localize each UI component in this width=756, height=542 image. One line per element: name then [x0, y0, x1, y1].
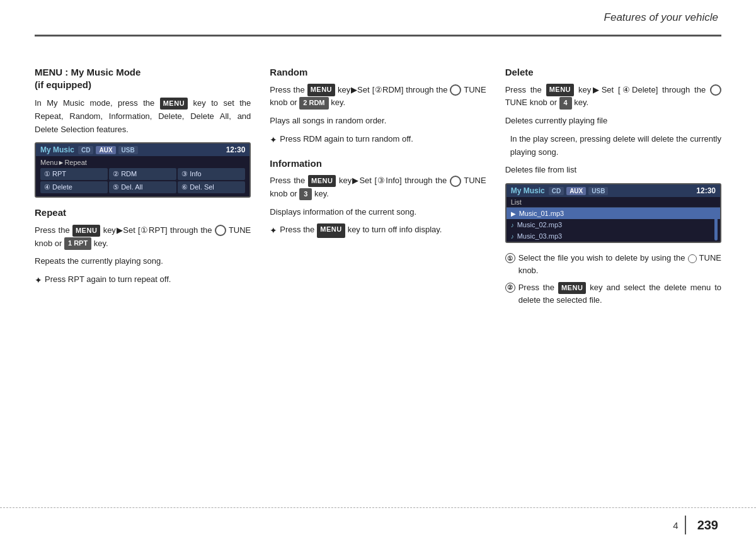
scrollbar [714, 209, 718, 240]
tune-knob-icon-delete [710, 84, 721, 96]
screen2-tab-usb: USB [588, 187, 608, 195]
delete-screen: My Music CD AUX USB 12:30 List ▶ Music_0… [505, 183, 721, 243]
step2-num: ② [505, 283, 515, 293]
col-menu-mymusic: MENU : My Music Mode (if equipped) In My… [35, 66, 270, 507]
screen-body: Menu►Repeat ① RPT ② RDM ③ Info ④ Delete … [36, 156, 249, 196]
menu-badge-random: MENU [307, 84, 335, 96]
screen-app-label: My Music [40, 145, 74, 154]
menu-badge-info: MENU [308, 175, 336, 188]
random-desc: Plays all songs in random order. [270, 115, 486, 128]
screen-breadcrumb: Menu►Repeat [40, 159, 245, 166]
tab-usb: USB [118, 146, 138, 154]
screen-cell-delsel: ⑥ Del. Sel [178, 181, 245, 193]
info-section: Information Press the MENU key▶Set [③Inf… [270, 157, 486, 239]
col1-intro: In My Music mode, press the MENU key to … [35, 97, 251, 136]
screen2-item-1: ▶ Music_01.mp3 [507, 208, 720, 219]
screen-header: My Music CD AUX USB 12:30 [36, 144, 249, 156]
random-note: ✦ Press RDM again to turn random off. [270, 133, 486, 147]
tune-knob-icon-info [450, 176, 461, 187]
screen-cell-delete: ④ Delete [40, 181, 108, 193]
info-desc: Displays information of the current song… [270, 206, 486, 219]
col-random-info: Random Press the MENU key▶Set [②RDM] thr… [270, 66, 505, 507]
screen2-list-header: List [507, 197, 720, 208]
music-icon-2: ♪ [511, 222, 514, 229]
info-title: Information [270, 157, 486, 170]
main-content: MENU : My Music Mode (if equipped) In My… [35, 66, 721, 507]
random-body: Press the MENU key▶Set [②RDM] through th… [270, 84, 486, 110]
screen-cell-rpt: ① RPT [40, 168, 108, 180]
repeat-desc: Repeats the currently playing song. [35, 255, 251, 268]
screen2-app-label: My Music [511, 186, 545, 195]
screen-cell-rdm: ② RDM [109, 168, 176, 180]
music-icon-3: ♪ [511, 233, 514, 240]
footer-divider [685, 516, 686, 534]
footer-page-number: 239 [697, 518, 718, 533]
delete-desc1: Deletes currently playing file [505, 115, 721, 128]
screen-cell-info: ③ Info [178, 168, 245, 180]
source-tabs: CD AUX USB [78, 146, 138, 154]
header-line [35, 35, 721, 37]
screen2-header: My Music CD AUX USB 12:30 [507, 184, 720, 197]
delete-title: Delete [505, 66, 721, 79]
footer: 4 239 [0, 507, 756, 542]
menu-badge-step2: MENU [558, 282, 586, 294]
delete-steps: ① Select the file you wish to delete by … [505, 252, 721, 307]
screen-grid: ① RPT ② RDM ③ Info ④ Delete ⑤ Del. All ⑥… [40, 168, 245, 193]
main-section-title: MENU : My Music Mode (if equipped) [35, 66, 251, 91]
delete-desc3: Deletes file from list [505, 164, 721, 177]
rdm-badge: 2 RDM [299, 97, 328, 110]
footer-chapter: 4 [673, 520, 678, 531]
random-section: Random Press the MENU key▶Set [②RDM] thr… [270, 66, 486, 147]
mymusic-screen: My Music CD AUX USB 12:30 Menu►Repeat ① … [35, 142, 251, 198]
screen2-tab-aux: AUX [566, 187, 586, 195]
menu-badge-intro: MENU [160, 98, 188, 110]
delete-badge: 4 [559, 97, 572, 110]
tune-knob-step1 [688, 254, 697, 263]
header: Features of your vehicle [0, 0, 756, 63]
screen2-item-3: ♪ Music_03.mp3 [507, 230, 720, 242]
screen2-source-tabs: CD AUX USB [549, 187, 609, 195]
repeat-section: Repeat Press the MENU key▶Set [①RPT] thr… [35, 206, 251, 288]
tab-aux: AUX [96, 146, 115, 154]
info-note: ✦ Press the MENU key to turn off info di… [270, 223, 486, 238]
menu-badge-info-note: MENU [317, 223, 345, 238]
random-title: Random [270, 66, 486, 79]
rpt-badge: 1 RPT [64, 237, 91, 250]
delete-step-2: ② Press the MENU key and select the dele… [505, 281, 721, 307]
tune-knob-icon-repeat [215, 225, 226, 236]
footer-page: 4 239 [673, 516, 718, 534]
step1-num: ① [505, 253, 515, 263]
screen2-item-2: ♪ Music_02.mp3 [507, 219, 720, 230]
repeat-title: Repeat [35, 206, 251, 219]
delete-body: Press the MENU key▶Set [④Delete] through… [505, 84, 721, 110]
page-title: Features of your vehicle [604, 11, 718, 24]
repeat-note: ✦ Press RPT again to turn repeat off. [35, 273, 251, 288]
screen-cell-delall: ⑤ Del. All [109, 181, 176, 193]
info-body: Press the MENU key▶Set [③Info] through t… [270, 174, 486, 201]
info-badge: 3 [299, 188, 312, 201]
screen2-clock: 12:30 [696, 186, 716, 195]
col-delete: Delete Press the MENU key▶Set [④Delete] … [505, 66, 721, 507]
tune-knob-icon-random [450, 84, 461, 96]
tab-cd: CD [78, 146, 93, 154]
screen-clock: 12:30 [226, 145, 246, 154]
play-icon: ▶ [511, 210, 516, 217]
screen2-tab-cd: CD [549, 187, 564, 195]
menu-badge-delete: MENU [546, 84, 574, 96]
menu-badge-repeat: MENU [72, 225, 100, 237]
screen2-list-container: ▶ Music_01.mp3 ♪ Music_02.mp3 ♪ Music_03… [507, 208, 720, 242]
delete-desc2: In the play screen, pressing delete will… [505, 133, 721, 159]
repeat-body: Press the MENU key▶Set [①RPT] through th… [35, 224, 251, 251]
delete-step-1: ① Select the file you wish to delete by … [505, 252, 721, 277]
